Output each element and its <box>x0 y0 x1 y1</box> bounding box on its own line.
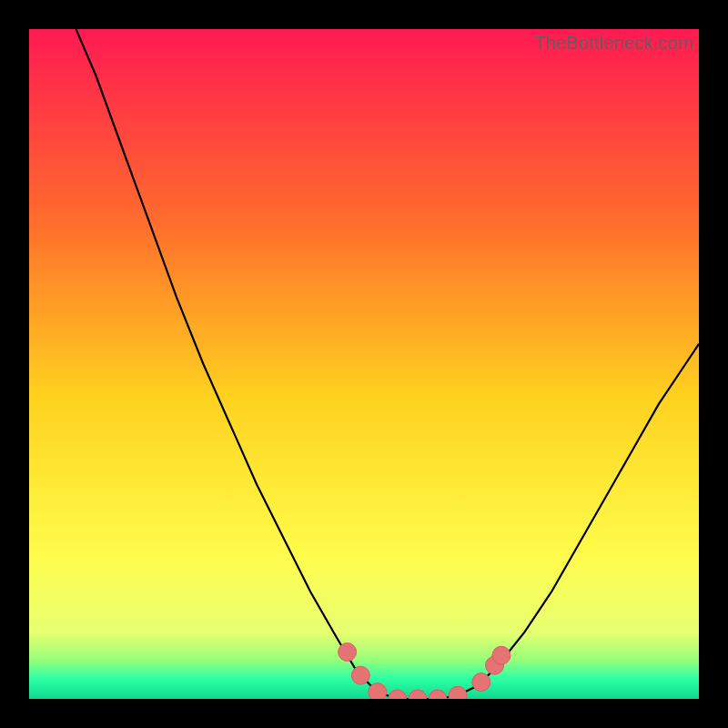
data-marker <box>409 690 427 699</box>
chart-frame: TheBottleneck.com <box>29 29 699 699</box>
data-marker <box>389 690 407 699</box>
data-marker <box>339 643 357 662</box>
data-marker <box>492 646 511 664</box>
bottleneck-curve <box>29 29 699 699</box>
data-marker <box>449 686 467 699</box>
watermark-text: TheBottleneck.com <box>534 33 693 54</box>
data-marker <box>472 673 490 692</box>
data-marker <box>429 690 447 699</box>
data-marker <box>369 683 387 699</box>
data-marker <box>351 666 369 684</box>
